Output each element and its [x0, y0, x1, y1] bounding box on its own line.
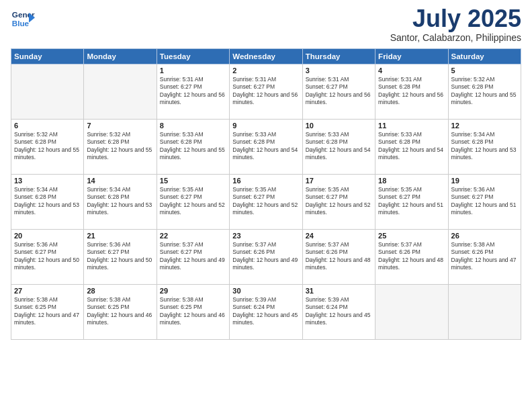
col-saturday: Saturday: [448, 49, 521, 64]
day-number: 27: [14, 287, 81, 295]
col-wednesday: Wednesday: [230, 49, 302, 64]
table-row: 21Sunrise: 5:36 AMSunset: 6:27 PMDayligh…: [84, 230, 157, 285]
cell-info: Sunrise: 5:39 AMSunset: 6:24 PMDaylight:…: [306, 296, 372, 327]
day-number: 18: [378, 177, 445, 185]
cell-info: Sunrise: 5:38 AMSunset: 6:26 PMDaylight:…: [451, 241, 518, 272]
day-number: 30: [232, 287, 299, 295]
table-row: 24Sunrise: 5:37 AMSunset: 6:26 PMDayligh…: [302, 230, 375, 285]
cell-info: Sunrise: 5:37 AMSunset: 6:27 PMDaylight:…: [160, 241, 226, 272]
table-row: 15Sunrise: 5:35 AMSunset: 6:27 PMDayligh…: [157, 175, 229, 230]
cell-info: Sunrise: 5:32 AMSunset: 6:28 PMDaylight:…: [87, 131, 153, 162]
table-row: [448, 285, 521, 340]
table-row: 16Sunrise: 5:35 AMSunset: 6:27 PMDayligh…: [230, 175, 302, 230]
table-row: 12Sunrise: 5:34 AMSunset: 6:28 PMDayligh…: [448, 120, 521, 175]
cell-info: Sunrise: 5:33 AMSunset: 6:28 PMDaylight:…: [378, 131, 445, 162]
calendar-header-row: Sunday Monday Tuesday Wednesday Thursday…: [11, 49, 521, 64]
table-row: [375, 285, 448, 340]
table-row: 23Sunrise: 5:37 AMSunset: 6:26 PMDayligh…: [230, 230, 302, 285]
cell-info: Sunrise: 5:35 AMSunset: 6:27 PMDaylight:…: [306, 186, 372, 217]
table-row: 13Sunrise: 5:34 AMSunset: 6:28 PMDayligh…: [11, 175, 84, 230]
cell-info: Sunrise: 5:38 AMSunset: 6:25 PMDaylight:…: [160, 296, 226, 327]
day-number: 9: [232, 122, 299, 130]
day-number: 24: [306, 232, 372, 240]
calendar-week-row: 20Sunrise: 5:36 AMSunset: 6:27 PMDayligh…: [11, 230, 521, 285]
day-number: 19: [451, 177, 518, 185]
cell-info: Sunrise: 5:33 AMSunset: 6:28 PMDaylight:…: [306, 131, 372, 162]
table-row: 30Sunrise: 5:39 AMSunset: 6:24 PMDayligh…: [230, 285, 302, 340]
table-row: 8Sunrise: 5:33 AMSunset: 6:28 PMDaylight…: [157, 120, 229, 175]
col-sunday: Sunday: [11, 49, 84, 64]
day-number: 1: [160, 66, 226, 75]
col-tuesday: Tuesday: [157, 49, 229, 64]
cell-info: Sunrise: 5:34 AMSunset: 6:28 PMDaylight:…: [14, 186, 81, 217]
day-number: 15: [160, 177, 226, 185]
title-block: July 2025 Santor, Calabarzon, Philippine…: [390, 7, 521, 43]
cell-info: Sunrise: 5:35 AMSunset: 6:27 PMDaylight:…: [160, 186, 226, 217]
table-row: 22Sunrise: 5:37 AMSunset: 6:27 PMDayligh…: [157, 230, 229, 285]
cell-info: Sunrise: 5:31 AMSunset: 6:27 PMDaylight:…: [306, 76, 372, 107]
table-row: 3Sunrise: 5:31 AMSunset: 6:27 PMDaylight…: [302, 64, 375, 120]
cell-info: Sunrise: 5:31 AMSunset: 6:28 PMDaylight:…: [378, 76, 445, 107]
cell-info: Sunrise: 5:31 AMSunset: 6:27 PMDaylight:…: [232, 76, 299, 107]
cell-info: Sunrise: 5:32 AMSunset: 6:28 PMDaylight:…: [451, 76, 518, 107]
page: General Blue July 2025 Santor, Calabarzo…: [0, 0, 532, 411]
day-number: 10: [306, 122, 372, 130]
header: General Blue July 2025 Santor, Calabarzo…: [11, 7, 521, 43]
table-row: 20Sunrise: 5:36 AMSunset: 6:27 PMDayligh…: [11, 230, 84, 285]
table-row: 4Sunrise: 5:31 AMSunset: 6:28 PMDaylight…: [375, 64, 448, 120]
calendar-week-row: 1Sunrise: 5:31 AMSunset: 6:27 PMDaylight…: [11, 64, 521, 120]
col-thursday: Thursday: [302, 49, 375, 64]
cell-info: Sunrise: 5:36 AMSunset: 6:27 PMDaylight:…: [451, 186, 518, 217]
table-row: 19Sunrise: 5:36 AMSunset: 6:27 PMDayligh…: [448, 175, 521, 230]
col-monday: Monday: [84, 49, 157, 64]
table-row: 28Sunrise: 5:38 AMSunset: 6:25 PMDayligh…: [84, 285, 157, 340]
table-row: 25Sunrise: 5:37 AMSunset: 6:26 PMDayligh…: [375, 230, 448, 285]
calendar-week-row: 6Sunrise: 5:32 AMSunset: 6:28 PMDaylight…: [11, 120, 521, 175]
day-number: 14: [87, 177, 153, 185]
day-number: 16: [232, 177, 299, 185]
cell-info: Sunrise: 5:34 AMSunset: 6:28 PMDaylight:…: [87, 186, 153, 217]
cell-info: Sunrise: 5:32 AMSunset: 6:28 PMDaylight:…: [14, 131, 81, 162]
cell-info: Sunrise: 5:36 AMSunset: 6:27 PMDaylight:…: [14, 241, 81, 272]
table-row: 2Sunrise: 5:31 AMSunset: 6:27 PMDaylight…: [230, 64, 302, 120]
table-row: 27Sunrise: 5:38 AMSunset: 6:25 PMDayligh…: [11, 285, 84, 340]
table-row: 9Sunrise: 5:33 AMSunset: 6:28 PMDaylight…: [230, 120, 302, 175]
cell-info: Sunrise: 5:37 AMSunset: 6:26 PMDaylight:…: [306, 241, 372, 272]
cell-info: Sunrise: 5:37 AMSunset: 6:26 PMDaylight:…: [232, 241, 299, 272]
table-row: 7Sunrise: 5:32 AMSunset: 6:28 PMDaylight…: [84, 120, 157, 175]
col-friday: Friday: [375, 49, 448, 64]
table-row: 26Sunrise: 5:38 AMSunset: 6:26 PMDayligh…: [448, 230, 521, 285]
table-row: 6Sunrise: 5:32 AMSunset: 6:28 PMDaylight…: [11, 120, 84, 175]
day-number: 23: [232, 232, 299, 240]
day-number: 17: [306, 177, 372, 185]
calendar-week-row: 27Sunrise: 5:38 AMSunset: 6:25 PMDayligh…: [11, 285, 521, 340]
table-row: 10Sunrise: 5:33 AMSunset: 6:28 PMDayligh…: [302, 120, 375, 175]
day-number: 3: [306, 66, 372, 75]
svg-text:Blue: Blue: [12, 19, 30, 28]
table-row: 11Sunrise: 5:33 AMSunset: 6:28 PMDayligh…: [375, 120, 448, 175]
table-row: 5Sunrise: 5:32 AMSunset: 6:28 PMDaylight…: [448, 64, 521, 120]
calendar-table: Sunday Monday Tuesday Wednesday Thursday…: [11, 48, 521, 340]
table-row: 1Sunrise: 5:31 AMSunset: 6:27 PMDaylight…: [157, 64, 229, 120]
day-number: 2: [232, 66, 299, 75]
calendar-week-row: 13Sunrise: 5:34 AMSunset: 6:28 PMDayligh…: [11, 175, 521, 230]
day-number: 28: [87, 287, 153, 295]
table-row: 18Sunrise: 5:35 AMSunset: 6:27 PMDayligh…: [375, 175, 448, 230]
cell-info: Sunrise: 5:36 AMSunset: 6:27 PMDaylight:…: [87, 241, 153, 272]
day-number: 5: [451, 66, 518, 75]
cell-info: Sunrise: 5:34 AMSunset: 6:28 PMDaylight:…: [451, 131, 518, 162]
table-row: 31Sunrise: 5:39 AMSunset: 6:24 PMDayligh…: [302, 285, 375, 340]
table-row: [11, 64, 84, 120]
day-number: 21: [87, 232, 153, 240]
table-row: [84, 64, 157, 120]
table-row: 17Sunrise: 5:35 AMSunset: 6:27 PMDayligh…: [302, 175, 375, 230]
logo-icon: General Blue: [11, 7, 35, 31]
cell-info: Sunrise: 5:35 AMSunset: 6:27 PMDaylight:…: [232, 186, 299, 217]
day-number: 29: [160, 287, 226, 295]
day-number: 25: [378, 232, 445, 240]
table-row: 29Sunrise: 5:38 AMSunset: 6:25 PMDayligh…: [157, 285, 229, 340]
cell-info: Sunrise: 5:33 AMSunset: 6:28 PMDaylight:…: [160, 131, 226, 162]
day-number: 13: [14, 177, 81, 185]
cell-info: Sunrise: 5:39 AMSunset: 6:24 PMDaylight:…: [232, 296, 299, 327]
day-number: 31: [306, 287, 372, 295]
